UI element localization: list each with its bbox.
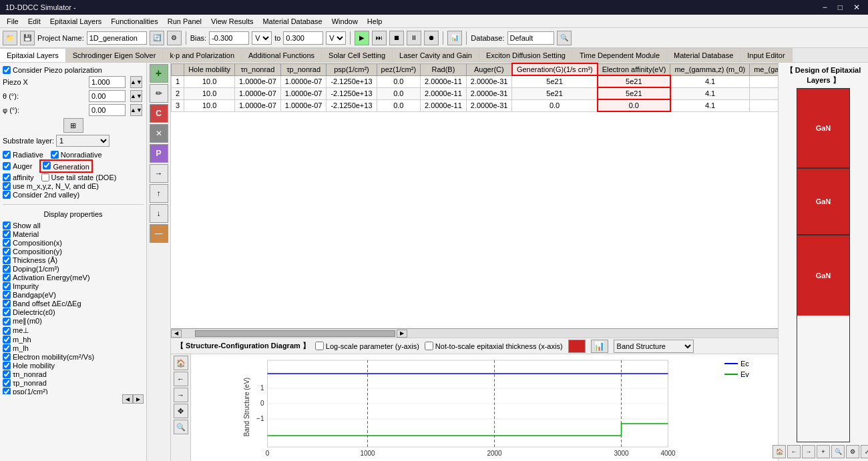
tail-state-checkbox[interactable] — [41, 173, 49, 181]
tab-schrodinger[interactable]: Schrodinger Eigen Solver — [66, 48, 164, 62]
bias-to-input[interactable] — [283, 31, 323, 45]
edit-button[interactable]: ✏ — [150, 84, 168, 103]
material-checkbox[interactable] — [3, 230, 11, 238]
table-scrollbar[interactable]: ◀ ▶ — [171, 328, 778, 338]
menu-functionalities[interactable]: Functionalities — [107, 17, 162, 26]
nonradiative-checkbox[interactable] — [51, 151, 59, 159]
pan-icon-btn[interactable]: ✥ — [174, 404, 188, 418]
diagram-chart-button[interactable]: 📊 — [591, 340, 608, 353]
tn-checkbox[interactable] — [3, 370, 11, 378]
database-btn[interactable]: 🔍 — [557, 31, 572, 45]
tab-exciton[interactable]: Exciton Diffusion Setting — [479, 48, 573, 62]
tab-input[interactable]: Input Editor — [740, 48, 792, 62]
table-area[interactable]: Hole mobility τn_nonrad τp_nonrad psp(1/… — [171, 63, 778, 328]
auger-checkbox[interactable] — [3, 162, 11, 170]
scroll-right-btn[interactable]: ▶ — [397, 330, 407, 338]
valley-checkbox[interactable] — [3, 191, 11, 199]
menu-epitaxial[interactable]: Epitaxial Layers — [46, 17, 106, 26]
maximize-button[interactable]: □ — [835, 3, 845, 12]
display-props-scroll[interactable]: Show all Material Composition(x) Composi… — [3, 221, 144, 394]
back-icon-btn[interactable]: ← — [174, 372, 188, 386]
matrix-button[interactable]: ⊞ — [63, 118, 83, 133]
scroll-left-btn[interactable]: ◀ — [122, 394, 133, 404]
bias-unit-select-1[interactable]: V — [252, 31, 272, 45]
meparallel-checkbox[interactable] — [3, 318, 11, 326]
not-to-scale-checkbox[interactable] — [425, 342, 433, 350]
piezo-x-spin[interactable]: ▲▼ — [130, 76, 142, 88]
rb-plus[interactable]: + — [817, 445, 830, 458]
rb-forward[interactable]: → — [802, 445, 815, 458]
run-button[interactable]: ▶ — [355, 31, 369, 45]
activation-checkbox[interactable] — [3, 274, 11, 282]
rb-expand[interactable]: ⤢ — [861, 445, 868, 458]
minus-button[interactable]: — — [150, 224, 168, 243]
arrow-down-button[interactable]: ↓ — [150, 204, 168, 223]
menu-view[interactable]: View Results — [207, 17, 257, 26]
menu-run[interactable]: Run Panel — [164, 17, 206, 26]
piezo-x-input[interactable] — [89, 76, 126, 88]
bias-unit-select-2[interactable]: V — [326, 31, 346, 45]
tab-solar[interactable]: Solar Cell Setting — [322, 48, 393, 62]
pause-button[interactable]: ⏸ — [407, 31, 421, 45]
step-button[interactable]: ⏭ — [372, 31, 387, 45]
rb-search[interactable]: 🔍 — [831, 445, 845, 458]
diagram-color-button[interactable] — [568, 340, 586, 353]
rb-home[interactable]: 🏠 — [773, 445, 786, 458]
scroll-left-btn[interactable]: ◀ — [171, 330, 182, 338]
tab-material[interactable]: Material Database — [667, 48, 740, 62]
elec-mob-checkbox[interactable] — [3, 353, 11, 361]
generation-checkbox[interactable] — [43, 161, 51, 169]
bandoffset-checkbox[interactable] — [3, 300, 11, 308]
close-button[interactable]: ✕ — [851, 3, 863, 12]
tab-time[interactable]: Time Dependent Module — [573, 48, 667, 62]
dielectric-checkbox[interactable] — [3, 308, 11, 316]
add-layer-button[interactable]: + — [150, 64, 168, 83]
menu-window[interactable]: Window — [328, 17, 362, 26]
arrow-right-button[interactable]: → — [150, 164, 168, 183]
tab-laser[interactable]: Laser Cavity and Gain — [393, 48, 479, 62]
menu-edit[interactable]: Edit — [24, 17, 45, 26]
psp-checkbox[interactable] — [3, 388, 11, 394]
project-name-input[interactable]: 1D_generation — [87, 31, 147, 45]
record-button[interactable]: ⏺ — [424, 31, 439, 45]
theta-input[interactable] — [89, 90, 126, 102]
scroll-right-btn[interactable]: ▶ — [133, 394, 144, 404]
x-button[interactable]: ✕ — [150, 124, 168, 143]
save-button[interactable]: 💾 — [20, 31, 35, 45]
p-button[interactable]: P — [150, 144, 168, 163]
mhh-checkbox[interactable] — [3, 336, 11, 344]
comp-y-checkbox[interactable] — [3, 248, 11, 256]
stop-button[interactable]: ⏹ — [389, 31, 404, 45]
c-button[interactable]: C — [150, 104, 168, 123]
meperp-checkbox[interactable] — [3, 327, 11, 335]
menu-file[interactable]: File — [3, 17, 23, 26]
theta-spin[interactable]: ▲▼ — [130, 90, 142, 102]
menu-material[interactable]: Material Database — [258, 17, 326, 26]
arrow-up-button[interactable]: ↑ — [150, 184, 168, 203]
diagram-type-select[interactable]: Band Structure Other — [614, 340, 694, 353]
comp-x-checkbox[interactable] — [3, 239, 11, 247]
mlh-checkbox[interactable] — [3, 344, 11, 352]
tab-kp[interactable]: k·p and Polarization — [163, 48, 242, 62]
affinity-checkbox[interactable] — [3, 173, 11, 181]
radiative-checkbox[interactable] — [3, 151, 11, 159]
scrollbar-thumb[interactable] — [195, 330, 395, 337]
hole-mob-checkbox[interactable] — [3, 362, 11, 370]
rb-settings[interactable]: ⚙ — [846, 445, 859, 458]
settings-button[interactable]: ⚙ — [167, 31, 182, 45]
impurity-checkbox[interactable] — [3, 282, 11, 290]
bias-from-input[interactable] — [209, 31, 249, 45]
phi-input[interactable] — [89, 104, 126, 116]
thickness-checkbox[interactable] — [3, 256, 11, 264]
substrate-select[interactable]: 123 — [56, 135, 110, 147]
tab-additional[interactable]: Additional Functions — [242, 48, 322, 62]
log-scale-checkbox[interactable] — [315, 342, 324, 350]
mxyz-checkbox[interactable] — [3, 182, 11, 190]
zoom-icon-btn[interactable]: 🔍 — [174, 420, 188, 434]
piezo-checkbox[interactable] — [3, 66, 11, 74]
database-input[interactable] — [507, 31, 554, 45]
home-icon-btn[interactable]: 🏠 — [174, 356, 188, 370]
rb-back[interactable]: ← — [787, 445, 801, 458]
menu-help[interactable]: Help — [363, 17, 387, 26]
forward-icon-btn[interactable]: → — [174, 388, 188, 402]
